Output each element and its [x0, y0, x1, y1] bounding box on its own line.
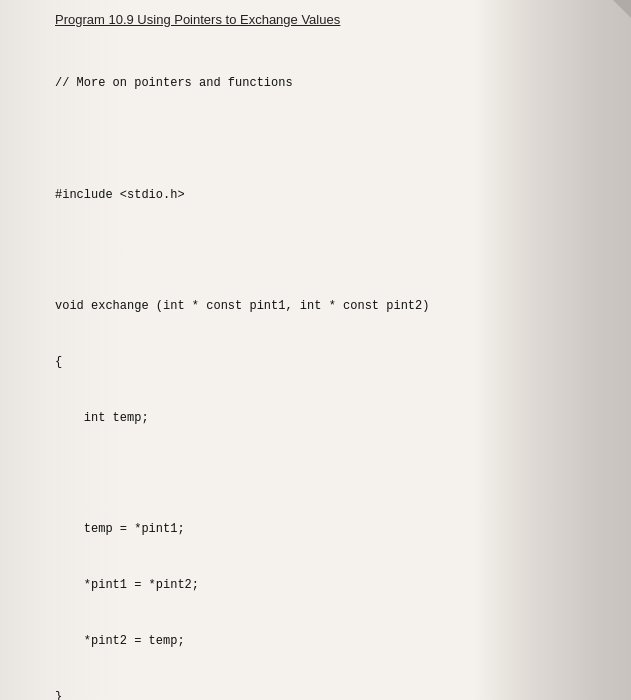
code-line-open-brace: {: [55, 353, 611, 372]
code-line-comment: // More on pointers and functions: [55, 74, 611, 93]
code-block: // More on pointers and functions #inclu…: [55, 37, 611, 700]
page-corner-fold: [613, 0, 631, 18]
code-line-blank: [55, 130, 611, 149]
code-line-temp-assign: temp = *pint1;: [55, 520, 611, 539]
main-content: Program 10.9 Using Pointers to Exchange …: [0, 0, 631, 700]
code-line-blank: [55, 242, 611, 261]
code-line-pint1-assign: *pint1 = *pint2;: [55, 576, 611, 595]
code-line-pint2-assign: *pint2 = temp;: [55, 632, 611, 651]
page: Program 10.9 Using Pointers to Exchange …: [0, 0, 631, 700]
code-line-include: #include <stdio.h>: [55, 186, 611, 205]
code-line-blank: [55, 465, 611, 484]
code-line-close-brace: }: [55, 688, 611, 700]
program-title: Program 10.9 Using Pointers to Exchange …: [55, 12, 611, 27]
code-line-temp-decl: int temp;: [55, 409, 611, 428]
code-line-func-decl: void exchange (int * const pint1, int * …: [55, 297, 611, 316]
